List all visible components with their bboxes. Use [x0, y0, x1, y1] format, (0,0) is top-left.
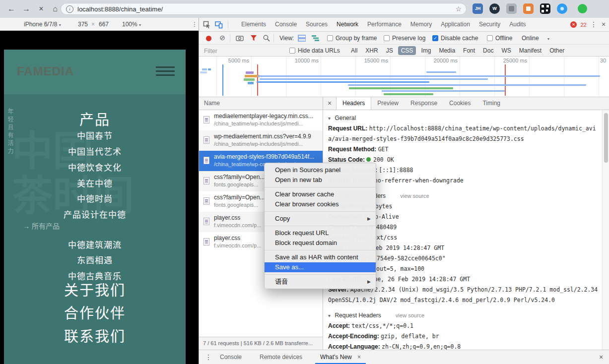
tab-memory[interactable]: Memory: [406, 18, 436, 31]
stop-icon[interactable]: ×: [36, 3, 47, 14]
menu-item[interactable]: 产品设计在中德: [4, 208, 186, 220]
menu-item-partners[interactable]: 合作伙伴: [4, 302, 186, 322]
menu-item-clear-browser-cookies[interactable]: Clear browser cookies: [265, 199, 376, 209]
offline-label[interactable]: Offline: [495, 32, 512, 45]
tab-headers[interactable]: Headers: [336, 97, 371, 110]
filter-type-all[interactable]: All: [348, 46, 360, 55]
viewport-width-field[interactable]: 375: [78, 18, 88, 31]
throttling-select[interactable]: Online ▾: [522, 32, 549, 46]
forward-icon[interactable]: →: [21, 3, 32, 14]
hide-data-urls-label[interactable]: Hide data URLs: [298, 45, 340, 57]
hamburger-menu-icon[interactable]: [156, 66, 175, 76]
menu-item[interactable]: 中国当代艺术: [4, 145, 186, 157]
error-count-badge[interactable]: ✕ 22: [570, 21, 587, 28]
clear-icon[interactable]: ⊘: [218, 32, 227, 44]
menu-item[interactable]: 美在中德: [4, 177, 186, 189]
filter-type-img[interactable]: Img: [418, 46, 434, 55]
devtools-menu-icon[interactable]: ⋮: [589, 18, 598, 31]
tab-security[interactable]: Security: [474, 18, 505, 31]
record-icon[interactable]: [206, 36, 211, 41]
column-header-name[interactable]: Name: [199, 97, 323, 110]
filter-type-manifest[interactable]: Manifest: [516, 46, 544, 55]
drawer-tab-whats-new[interactable]: What's New ×: [315, 350, 366, 364]
general-section-header[interactable]: ▾ General: [328, 113, 600, 123]
extension-icon-w[interactable]: W: [489, 3, 500, 14]
url-text[interactable]: localhost:8888/china_teatime/: [77, 5, 163, 13]
filter-input[interactable]: [203, 46, 279, 56]
offline-checkbox[interactable]: [487, 35, 493, 41]
extension-icon-orange[interactable]: [523, 3, 534, 14]
filter-type-font[interactable]: Font: [460, 46, 478, 55]
group-by-frame-checkbox[interactable]: [327, 35, 333, 41]
menu-item[interactable]: 中德饮食文化: [4, 161, 186, 173]
drawer-tab-console[interactable]: Console: [215, 350, 247, 364]
group-by-frame-label[interactable]: Group by frame: [336, 32, 377, 45]
menu-item[interactable]: 中德时尚: [4, 192, 186, 204]
bookmark-star-icon[interactable]: ☆: [455, 5, 462, 13]
search-icon[interactable]: [263, 34, 271, 42]
view-source-link[interactable]: view source: [400, 193, 429, 199]
tab-preview[interactable]: Preview: [371, 97, 405, 110]
home-icon[interactable]: ⌂: [50, 3, 61, 14]
menu-item-block-request-domain[interactable]: Block request domain: [265, 238, 376, 248]
filter-type-doc[interactable]: Doc: [480, 46, 496, 55]
tab-response[interactable]: Response: [405, 97, 443, 110]
tab-performance[interactable]: Performance: [363, 18, 406, 31]
request-headers-section-header[interactable]: ▾ Request Headers view source: [328, 310, 600, 321]
filter-type-xhr[interactable]: XHR: [362, 46, 381, 55]
menu-item[interactable]: 东西相遇: [4, 253, 186, 266]
devtools-close-icon[interactable]: ×: [599, 18, 608, 31]
tab-network[interactable]: Network: [332, 18, 363, 31]
tab-elements[interactable]: Elements: [237, 18, 271, 31]
close-tab-icon[interactable]: ×: [357, 354, 361, 361]
menu-item-contact[interactable]: 联系我们: [4, 325, 186, 346]
back-icon[interactable]: ←: [6, 3, 17, 14]
filter-type-other[interactable]: Other: [546, 46, 567, 55]
close-drawer-icon[interactable]: ×: [597, 350, 606, 364]
menu-item[interactable]: 中德建筑潮流: [4, 238, 186, 250]
tab-sources[interactable]: Sources: [301, 18, 332, 31]
large-rows-view-icon[interactable]: [298, 35, 306, 43]
menu-item-open-in-new-tab[interactable]: Open in new tab: [265, 175, 376, 185]
tab-timing[interactable]: Timing: [476, 97, 506, 110]
device-select[interactable]: iPhone 6/7/8 ▾: [24, 18, 61, 32]
tab-console[interactable]: Console: [271, 18, 301, 31]
filter-funnel-icon[interactable]: [250, 34, 258, 42]
hide-data-urls-checkbox[interactable]: [289, 48, 295, 54]
device-toolbar-toggle-icon[interactable]: [215, 21, 223, 29]
tab-audits[interactable]: Audits: [505, 18, 530, 31]
menu-item-about[interactable]: 关于我们: [4, 279, 186, 300]
page-info-icon[interactable]: i: [66, 5, 73, 13]
viewport-height-field[interactable]: 667: [99, 18, 109, 31]
scrollbar[interactable]: [602, 110, 609, 350]
menu-item-save-all-as-har[interactable]: Save all as HAR with content: [265, 252, 376, 262]
filter-type-media[interactable]: Media: [436, 46, 458, 55]
filter-type-css[interactable]: CSS: [398, 46, 416, 55]
extension-icon-jh[interactable]: JH: [473, 3, 483, 14]
tab-cookies[interactable]: Cookies: [443, 97, 476, 110]
network-overview-timeline[interactable]: 5000 ms 10000 ms 15000 ms 20000 ms 25000…: [199, 57, 609, 97]
menu-item-speech[interactable]: 语音 ▶: [265, 277, 376, 287]
request-row[interactable]: mediaelementplayer-legacy.min.css... /ch…: [199, 110, 323, 130]
zoom-select[interactable]: 100% ▾: [122, 18, 141, 32]
filter-type-ws[interactable]: WS: [498, 46, 514, 55]
menu-item-clear-browser-cache[interactable]: Clear browser cache: [265, 189, 376, 199]
extension-icon-qr[interactable]: [540, 3, 550, 14]
disable-cache-checkbox[interactable]: ✓: [432, 35, 438, 41]
preserve-log-checkbox[interactable]: [384, 35, 390, 41]
screenshot-capture-icon[interactable]: [236, 34, 244, 42]
menu-item-open-in-sources[interactable]: Open in Sources panel: [265, 165, 376, 175]
request-row[interactable]: wp-mediaelement.min.css?ver=4.9.9 /china…: [199, 130, 323, 151]
scrollbar-thumb[interactable]: [604, 113, 608, 163]
menu-item-all-products[interactable]: → 所有产品: [23, 221, 60, 231]
menu-item[interactable]: 中国春节: [4, 129, 186, 141]
drawer-tab-remote-devices[interactable]: Remote devices: [255, 350, 307, 364]
menu-item-save-as[interactable]: Save as...: [265, 262, 376, 272]
filter-type-js[interactable]: JS: [383, 46, 396, 55]
inspect-icon[interactable]: [203, 21, 211, 29]
menu-item-copy[interactable]: Copy ▶: [265, 214, 376, 224]
extension-icon-blue[interactable]: [557, 3, 567, 14]
tab-application[interactable]: Application: [436, 18, 474, 31]
disable-cache-label[interactable]: Disable cache: [441, 32, 478, 45]
menu-item-block-request-url[interactable]: Block request URL: [265, 228, 376, 238]
